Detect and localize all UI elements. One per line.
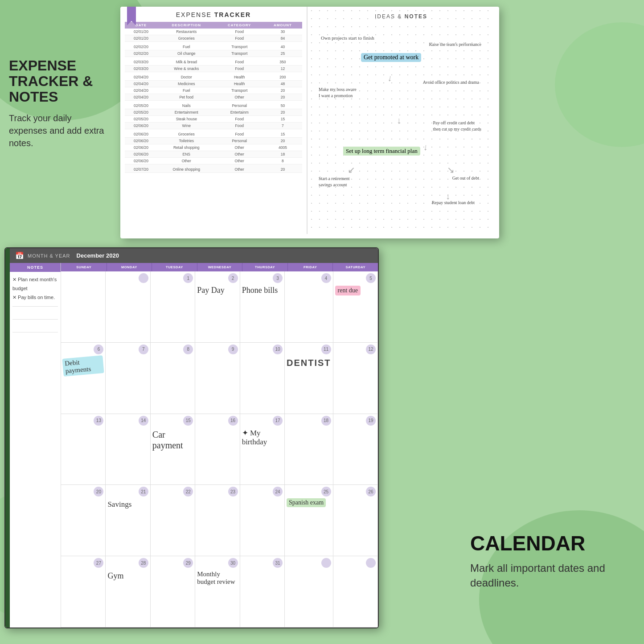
note-line-divider [12, 306, 58, 307]
cal-cell-2: 2 Pay Day [195, 271, 240, 343]
date-circle-12: 12 [366, 345, 376, 354]
calendar-icon: 📅 [15, 251, 24, 260]
calendar-title: CALENDAR [470, 531, 622, 555]
ideas-notes-title: IDEAS & NOTES [316, 13, 486, 20]
cal-cell-24: 24 [240, 485, 285, 556]
cal-cell-20: 20 [61, 485, 106, 556]
day-header-wednesday: WEDNESDAY [197, 263, 242, 271]
date-circle-18: 18 [321, 416, 331, 426]
table-row: 02/05/20Steak houseFood15 [125, 116, 302, 123]
event-phone-bills: Phone bills [242, 286, 283, 295]
date-circle-16: 16 [228, 416, 238, 426]
date-circle-20: 20 [94, 487, 103, 496]
date-circle-22: 22 [183, 487, 193, 496]
table-row: 02/06/20GroceriesFood15 [125, 129, 302, 138]
cal-cell-13: 13 [61, 414, 106, 485]
expense-tracker-title: EXPENSE TRACKER & NOTES [9, 58, 107, 105]
cal-cell-23: 23 [195, 485, 240, 556]
cal-cell-12: 12 [333, 343, 378, 414]
table-row: 02/06/20ENSOther18 [125, 151, 302, 158]
expense-tracker-label: EXPENSE TRACKER & NOTES Track your daily… [9, 58, 107, 149]
date-circle-1: 1 [183, 273, 193, 283]
cal-cell-3: 3 Phone bills [240, 271, 285, 343]
expense-tracker-book: EXPENSE TRACKER DATE DESCRIPTION CATEGOR… [120, 7, 499, 238]
arrow-down-4: ↙ [348, 164, 355, 175]
note-retirement: Start a retirementsavings account [319, 176, 349, 188]
date-circle-28: 28 [139, 558, 148, 568]
event-rent-due: rent due [335, 286, 376, 295]
cal-cell-25: 25 Spanish exam [285, 485, 333, 556]
cal-cell-28: 28 Gym [106, 556, 150, 628]
cal-cell-10: 10 [240, 343, 285, 414]
event-birthday: ✦ My birthday [242, 428, 283, 447]
date-circle-15: 15 [183, 416, 193, 426]
day-header-saturday: SATURDAY [332, 263, 378, 271]
col-description: DESCRIPTION [157, 22, 216, 29]
table-row: 02/03/20Milk & breadFood350 [125, 57, 302, 66]
date-circle-19: 19 [366, 416, 376, 426]
arrow-down-3: ↓ [423, 142, 428, 153]
date-circle-25: 25 [321, 487, 331, 496]
table-row: 02/02/20FuelTransport40 [125, 42, 302, 50]
event-car-payment: Car payment [152, 429, 193, 451]
cal-cell-31: 31 [240, 556, 285, 628]
date-circle-14: 14 [139, 416, 148, 426]
date-circle-29: 29 [183, 558, 193, 568]
cal-cell-18: 18 [285, 414, 333, 485]
cal-cell-29: 29 [151, 556, 195, 628]
month-year-label: MONTH & YEAR [28, 253, 70, 258]
cal-cell-extra-2 [333, 556, 378, 628]
date-circle [139, 273, 148, 283]
table-row: 02/04/20Pet foodOther20 [125, 94, 302, 101]
note-promoted: Get promoted at work [361, 53, 421, 62]
cal-cell-7: 7 [106, 343, 150, 414]
note-line-2: ✕ Pay bills on time. [12, 293, 58, 302]
expense-left-page: EXPENSE TRACKER DATE DESCRIPTION CATEGOR… [120, 7, 308, 234]
cal-cell-22: 22 [151, 485, 195, 556]
table-row: 02/04/20MedicinesHealth48 [125, 81, 302, 87]
event-dentist: DENTIST [287, 358, 331, 368]
month-year-value: December 2020 [77, 252, 119, 259]
table-row: 02/02/20Oil changeTransport25 [125, 50, 302, 57]
cal-cell-8: 8 [151, 343, 195, 414]
cal-cell-21: 21 Savings [106, 485, 150, 556]
notes-col-content: ✕ Plan next month's budget ✕ Pay bills o… [10, 272, 61, 340]
date-circle-extra2 [366, 558, 376, 568]
cal-cell-16: 16 [195, 414, 240, 485]
cal-cell-19: 19 [333, 414, 378, 485]
day-header-tuesday: TUESDAY [152, 263, 197, 271]
calendar-book: 📅 MONTH & YEAR December 2020 NOTES ✕ Pla… [4, 247, 379, 628]
date-circle-27: 27 [94, 558, 103, 568]
calendar-description: Mark all important dates and deadlines. [470, 561, 622, 591]
date-circle-11: 11 [321, 345, 331, 354]
table-row: 02/05/20EntertainmentEntertainm20 [125, 109, 302, 116]
day-headers: SUNDAY MONDAY TUESDAY WEDNESDAY THURSDAY… [61, 263, 378, 271]
cal-cell-11: 11 DENTIST [285, 343, 333, 414]
date-circle-4: 4 [321, 273, 331, 283]
date-circle-7: 7 [139, 345, 148, 354]
date-circle-23: 23 [228, 487, 238, 496]
event-spanish-exam: Spanish exam [287, 498, 331, 507]
expense-table: DATE DESCRIPTION CATEGORY AMOUNT 02/01/2… [125, 22, 302, 173]
notes-col-header: NOTES [10, 263, 61, 272]
note-line-4 [12, 323, 58, 332]
arrow-down-5: ↘ [447, 164, 455, 175]
table-row: 02/06/20OtherOther8 [125, 158, 302, 164]
date-circle-21: 21 [139, 487, 148, 496]
calendar-grid-section: SUNDAY MONDAY TUESDAY WEDNESDAY THURSDAY… [61, 263, 378, 628]
date-circle-9: 9 [228, 345, 238, 354]
main-container: EXPENSE TRACKER & NOTES Track your daily… [0, 0, 644, 644]
table-row: 02/06/20ToiletriesPersonal20 [125, 138, 302, 144]
table-row: 02/04/20DoctorHealth200 [125, 72, 302, 81]
date-circle-30: 30 [228, 558, 238, 568]
arrow-down-1: ↓ [387, 73, 393, 83]
cal-cell-1: 1 [151, 271, 195, 343]
expense-page-title: EXPENSE TRACKER [125, 11, 302, 18]
cal-cell-6: 6 Debit payments [61, 343, 106, 414]
date-circle-31: 31 [273, 558, 283, 568]
cal-cell-14: 14 [106, 414, 150, 485]
note-raise-team: Raise the team's performance [429, 42, 481, 47]
cal-cell-15: 15 Car payment [151, 414, 195, 485]
note-boss-aware: Make my boss awareI want a promotion [319, 86, 357, 99]
event-pay-day: Pay Day [197, 286, 238, 295]
